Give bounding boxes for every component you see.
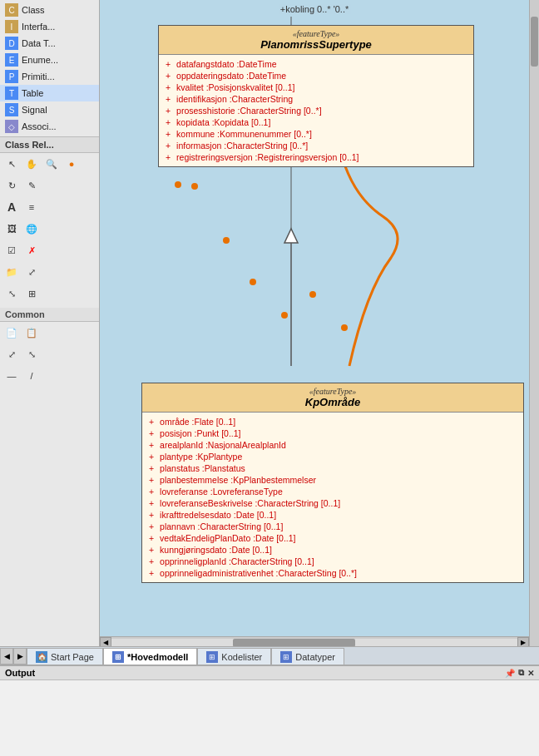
kpomrade-classname: KpOmråde <box>147 396 518 408</box>
toolbar-row-5: ☑ ✗ <box>0 240 99 261</box>
dot-5 <box>309 291 316 298</box>
hand-tool[interactable]: ✋ <box>23 156 40 172</box>
dot-6 <box>341 324 348 331</box>
sidebar-item-signal[interactable]: S Signal <box>0 101 99 118</box>
output-pin-btn[interactable]: 📌 <box>505 669 515 678</box>
grid-tool[interactable]: ⊞ <box>23 285 40 302</box>
datatyper-icon: ⊞ <box>280 651 292 663</box>
tab-kodelister[interactable]: ⊞ Kodelister <box>197 648 271 665</box>
tab-nav-left[interactable]: ◀ <box>0 648 13 665</box>
supertype-stereotype: «featureType» <box>164 29 468 38</box>
supertype-classname: PlanomrissSupertype <box>164 38 468 51</box>
sidebar-item-assoc[interactable]: ◇ Associ... <box>0 118 99 135</box>
kp-attr-9: + plannavn :CharacterString [0..1] <box>142 521 523 532</box>
sidebar-item-enum[interactable]: E Enume... <box>0 52 99 68</box>
kp-attr-3: + plantype :KpPlantype <box>142 451 523 462</box>
sidebar-items-section: C Class I Interfa... D Data T... E Enume… <box>0 0 99 137</box>
table-icon: T <box>5 86 18 100</box>
expand2-tool[interactable]: ⤢ <box>3 346 20 363</box>
uml-kpomrade-box[interactable]: «featureType» KpOmråde + område :Flate [… <box>141 383 524 583</box>
v-scrollbar-thumb[interactable] <box>531 17 538 67</box>
list-tool[interactable]: ≡ <box>23 199 40 215</box>
toolbar-row-6: 📁 ⤢ <box>0 261 99 283</box>
shrink-tool[interactable]: ⤡ <box>3 285 20 302</box>
kp-attr-11: + kunngjøringsdato :Date [0..1] <box>142 544 523 556</box>
kp-attr-13: + opprinneligadministrativenhet :Charact… <box>142 567 523 579</box>
folder-tool[interactable]: 📁 <box>3 264 20 280</box>
kodelister-icon: ⊞ <box>206 651 218 663</box>
toolbar-row-1: ↖ ✋ 🔍 ● <box>0 153 99 175</box>
enum-icon: E <box>5 53 18 67</box>
start-page-icon: 🏠 <box>36 651 47 663</box>
zoom-tool[interactable]: 🔍 <box>43 156 60 172</box>
sidebar-item-class[interactable]: C Class <box>0 2 99 18</box>
output-header-tools: 📌 ⧉ ✕ <box>505 668 534 678</box>
prim-icon: P <box>5 70 18 83</box>
kp-attr-4: + planstatus :Planstatus <box>142 462 523 474</box>
main-canvas[interactable]: +kobling 0..* '0..* «featureType» Planom… <box>100 0 529 648</box>
h-scroll-track[interactable] <box>111 639 517 647</box>
dot-tool[interactable]: ● <box>63 156 80 172</box>
sidebar-item-prim[interactable]: P Primiti... <box>0 68 99 85</box>
output-panel: Output 📌 ⧉ ✕ <box>0 665 539 756</box>
common-row-2: ⤢ ⤡ <box>0 343 99 365</box>
sidebar-item-datat[interactable]: D Data T... <box>0 35 99 52</box>
doc2-tool[interactable]: 📋 <box>23 324 40 341</box>
dot-1 <box>191 183 198 190</box>
h-scrollbar-thumb[interactable] <box>233 639 354 647</box>
select-tool[interactable]: ↖ <box>3 156 20 172</box>
sidebar-item-table[interactable]: T Table <box>0 85 99 101</box>
dot-3 <box>250 279 256 285</box>
tab-bar: ◀ ▶ 🏠 Start Page ⊞ *Hovedmodell ⊞ Kodeli… <box>0 646 539 665</box>
datat-icon: D <box>5 37 18 50</box>
signal-icon: S <box>5 103 18 116</box>
output-close-btn[interactable]: ✕ <box>527 669 534 678</box>
kp-attr-6: + lovreferanse :LovreferanseType <box>142 486 523 497</box>
text-tool[interactable]: A <box>3 199 20 215</box>
tab-datatyper[interactable]: ⊞ Datatyper <box>271 648 344 665</box>
expand-tool[interactable]: ⤢ <box>23 264 40 280</box>
img-tool[interactable]: 🖼 <box>3 220 20 237</box>
web-tool[interactable]: 🌐 <box>23 220 40 237</box>
doc-tool[interactable]: 📄 <box>3 324 20 341</box>
supertype-header: «featureType» PlanomrissSupertype <box>159 26 473 55</box>
connector-label: +kobling 0..* '0..* <box>279 4 351 14</box>
common-label: Common <box>0 308 99 322</box>
x-tool[interactable]: ✗ <box>23 242 40 259</box>
sidebar: C Class I Interfa... D Data T... E Enume… <box>0 0 100 715</box>
vertical-scrollbar[interactable] <box>529 0 539 648</box>
output-content <box>0 680 539 747</box>
toolbar-row-4: 🖼 🌐 <box>0 218 99 240</box>
sidebar-item-interface[interactable]: I Interfa... <box>0 18 99 35</box>
rotate-tool[interactable]: ↻ <box>3 177 20 194</box>
kp-attr-10: + vedtakEndeligPlanDato :Date [0..1] <box>142 532 523 544</box>
supertype-body: + datafangstdato :DateTime + oppdatering… <box>159 55 473 166</box>
kp-attr-8: + ikrafttredelsesdato :Date [0..1] <box>142 509 523 521</box>
tab-nav-right[interactable]: ▶ <box>13 648 27 665</box>
dash-tool[interactable]: — <box>3 368 20 384</box>
dot-4 <box>281 312 288 319</box>
uml-attr-8: + registreringsversjon :Registreringsver… <box>159 151 473 163</box>
hovedmodell-icon: ⊞ <box>112 651 124 663</box>
toolbar-row-7: ⤡ ⊞ <box>0 283 99 304</box>
uml-attr-4: + prosesshistorie :CharacterString [0..*… <box>159 105 473 116</box>
kp-attr-7: + lovreferanseBeskrivelse :CharacterStri… <box>142 497 523 509</box>
dot-2 <box>223 237 230 244</box>
uml-attr-0: + datafangstdato :DateTime <box>159 58 473 70</box>
uml-attr-5: + kopidata :Kopidata [0..1] <box>159 116 473 128</box>
tab-start-page[interactable]: 🏠 Start Page <box>27 648 103 665</box>
output-float-btn[interactable]: ⧉ <box>518 668 524 678</box>
pen-tool[interactable]: ✎ <box>23 177 40 194</box>
kp-attr-2: + arealplanId :NasjonalArealplanId <box>142 439 523 451</box>
check-tool[interactable]: ☑ <box>3 242 20 259</box>
shrink2-tool[interactable]: ⤡ <box>23 346 40 363</box>
kp-attr-0: + område :Flate [0..1] <box>142 416 523 427</box>
uml-attr-6: + kommune :Kommunenummer [0..*] <box>159 128 473 140</box>
tab-hovedmodell[interactable]: ⊞ *Hovedmodell <box>103 648 197 665</box>
slash-tool[interactable]: / <box>23 368 40 384</box>
kp-attr-5: + planbestemmelse :KpPlanbestemmelser <box>142 474 523 486</box>
uml-attr-2: + kvalitet :Posisjonskvalitet [0..1] <box>159 82 473 93</box>
toolbar-row-3: A ≡ <box>0 196 99 218</box>
interface-icon: I <box>5 20 18 33</box>
uml-supertype-box[interactable]: «featureType» PlanomrissSupertype + data… <box>158 25 474 167</box>
